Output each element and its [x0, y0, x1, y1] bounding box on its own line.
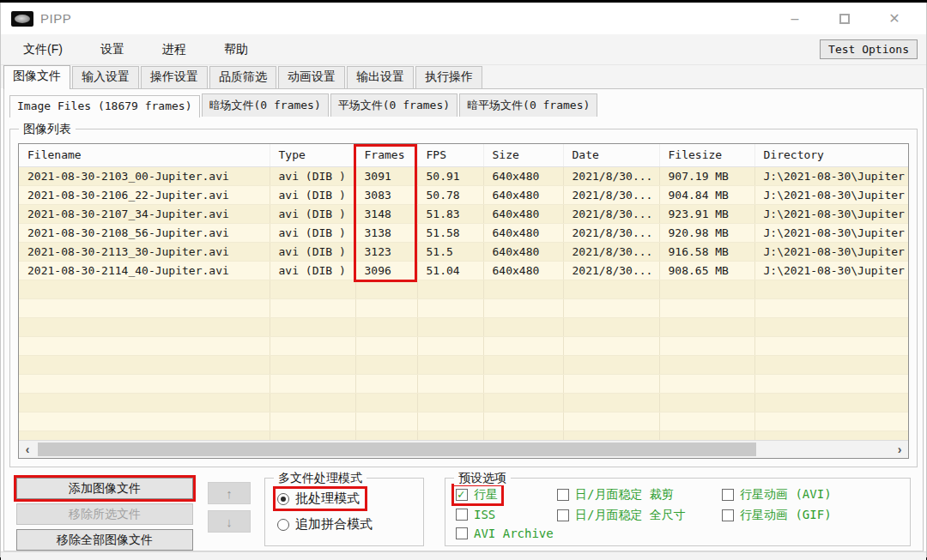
multi-file-mode-title: 多文件处理模式: [274, 471, 367, 485]
file-cell: [355, 355, 417, 374]
file-cell: 51.04: [417, 261, 483, 280]
checkbox-icon: [456, 527, 468, 539]
col-header-date[interactable]: Date: [563, 144, 659, 166]
col-header-fps[interactable]: FPS: [417, 144, 483, 166]
checkbox-icon: [456, 509, 468, 521]
tab-image-files[interactable]: 图像文件: [3, 65, 70, 89]
file-cell: 923.91 MB: [659, 204, 754, 223]
scrollbar-thumb[interactable]: [38, 443, 756, 456]
file-cell: [659, 393, 754, 412]
file-cell: [417, 355, 483, 374]
remove-all-image-files-button[interactable]: 移除全部图像文件: [16, 529, 193, 551]
add-image-files-button[interactable]: 添加图像文件: [16, 478, 193, 499]
horizontal-scrollbar[interactable]: ‹ ›: [19, 440, 908, 458]
radio-join-mode[interactable]: 追加拼合模式: [276, 515, 378, 534]
col-header-size[interactable]: Size: [483, 144, 563, 166]
minimize-icon[interactable]: –: [770, 6, 820, 32]
move-up-icon[interactable]: ↑: [208, 482, 251, 504]
checkbox-solar-lunar-crop-label: 日/月面稳定 裁剪: [575, 487, 674, 503]
checkbox-planet-animation-avi[interactable]: 行星动画 (AVI): [720, 486, 835, 503]
file-cell: 904.84 MB: [659, 185, 754, 204]
remove-selected-files-button: 移除所选文件: [16, 503, 193, 525]
menu-process[interactable]: 进程: [150, 37, 198, 63]
file-cell: [19, 374, 270, 393]
checkbox-solar-lunar-crop[interactable]: 日/月面稳定 裁剪: [555, 486, 677, 503]
file-cell: [754, 355, 908, 374]
checkbox-planet-animation-avi-label: 行星动画 (AVI): [740, 487, 832, 503]
file-cell: [355, 317, 417, 336]
col-header-type[interactable]: Type: [270, 144, 355, 166]
table-row[interactable]: 2021-08-30-2108_56-Jupiter.aviavi (DIB )…: [19, 223, 908, 242]
file-cell: [270, 336, 355, 355]
maximize-icon[interactable]: [820, 6, 869, 32]
subtab-flat-files[interactable]: 平场文件(0 frames): [330, 93, 457, 117]
scroll-right-icon[interactable]: ›: [891, 441, 908, 458]
file-cell: 640x480: [483, 166, 563, 185]
tab-output-options[interactable]: 输出设置: [347, 66, 414, 88]
radio-batch-mode[interactable]: 批处理模式: [276, 489, 365, 509]
subtab-image-files[interactable]: Image Files (18679 frames): [9, 95, 200, 117]
table-row-empty: [19, 317, 908, 336]
checkbox-solar-lunar-full[interactable]: 日/月面稳定 全尺寸: [555, 507, 689, 524]
col-header-frames[interactable]: Frames: [355, 144, 417, 166]
file-cell: [659, 336, 754, 355]
close-icon[interactable]: ✕: [869, 6, 919, 32]
file-table-body: 2021-08-30-2103_00-Jupiter.aviavi (DIB )…: [19, 166, 908, 440]
table-row[interactable]: 2021-08-30-2107_34-Jupiter.aviavi (DIB )…: [19, 204, 908, 223]
test-options-button[interactable]: Test Options: [820, 39, 918, 59]
file-cell: [483, 374, 563, 393]
image-list-group: 图像列表 Filename Type Frames: [9, 129, 918, 467]
pipp-planet-icon: [11, 11, 33, 27]
file-cell: [270, 393, 355, 412]
scrollbar-track[interactable]: [36, 441, 891, 458]
table-row[interactable]: 2021-08-30-2113_30-Jupiter.aviavi (DIB )…: [19, 242, 908, 261]
file-cell: avi (DIB ): [270, 261, 355, 280]
file-cell: [659, 355, 754, 374]
checkbox-planet-animation-gif[interactable]: 行星动画 (GIF): [720, 507, 835, 524]
file-cell: [659, 280, 754, 298]
table-row[interactable]: 2021-08-30-2114_40-Jupiter.aviavi (DIB )…: [19, 261, 908, 280]
tab-processing-options[interactable]: 操作设置: [141, 66, 208, 88]
menu-help[interactable]: 帮助: [212, 37, 260, 63]
file-table-viewport: Filename Type Frames FPS Size Date Files…: [19, 144, 908, 440]
file-cell: [270, 431, 355, 440]
file-buttons-column: 添加图像文件 移除所选文件 移除全部图像文件: [16, 478, 193, 551]
file-cell: [563, 317, 659, 336]
col-header-filename[interactable]: Filename: [19, 144, 270, 166]
checkbox-planetary[interactable]: 行星: [454, 486, 501, 503]
file-cell: [270, 317, 355, 336]
subtab-flat-dark-files[interactable]: 暗平场文件(0 frames): [459, 93, 597, 117]
tab-animation-options[interactable]: 动画设置: [278, 66, 345, 88]
menu-settings[interactable]: 设置: [88, 37, 136, 63]
file-cell: 51.58: [417, 223, 483, 242]
checkbox-icon: [722, 489, 734, 501]
menu-file[interactable]: 文件(F): [11, 37, 75, 63]
checkbox-iss-label: ISS: [474, 508, 495, 521]
subtab-dark-files[interactable]: 暗场文件(0 frames): [202, 93, 329, 117]
move-down-icon[interactable]: ↓: [208, 510, 251, 533]
tab-quality-options[interactable]: 品质筛选: [209, 66, 276, 88]
pipp-window: PIPP – ✕ 文件(F) 设置 进程 帮助 Test Options 图像文…: [0, 3, 927, 557]
tab-input-options[interactable]: 输入设置: [72, 66, 139, 88]
checkbox-solar-lunar-full-label: 日/月面稳定 全尺寸: [575, 508, 686, 523]
checkbox-avi-archive[interactable]: AVI Archive: [454, 526, 557, 541]
col-header-filesize[interactable]: Filesize: [659, 144, 754, 166]
file-cell: [659, 374, 754, 393]
window-controls: – ✕: [770, 6, 919, 32]
tab-do-processing[interactable]: 执行操作: [415, 66, 482, 88]
file-cell: [355, 412, 417, 431]
scroll-left-icon[interactable]: ‹: [19, 441, 36, 458]
preset-column-3: 行星动画 (AVI) 行星动画 (GIF): [720, 486, 835, 542]
table-row[interactable]: 2021-08-30-2103_00-Jupiter.aviavi (DIB )…: [19, 166, 908, 185]
file-cell: 51.5: [417, 242, 483, 261]
file-cell: [417, 298, 483, 317]
preset-column-2: 日/月面稳定 裁剪 日/月面稳定 全尺寸: [555, 486, 720, 542]
table-row[interactable]: 2021-08-30-2106_22-Jupiter.aviavi (DIB )…: [19, 185, 908, 204]
col-header-directory[interactable]: Directory: [754, 144, 908, 166]
checkbox-iss[interactable]: ISS: [454, 507, 499, 522]
file-cell: [659, 412, 754, 431]
file-cell: J:\2021-08-30\Jupiter: [754, 204, 908, 223]
file-cell: [659, 317, 754, 336]
file-cell: [19, 280, 270, 298]
file-cell: [563, 298, 659, 317]
